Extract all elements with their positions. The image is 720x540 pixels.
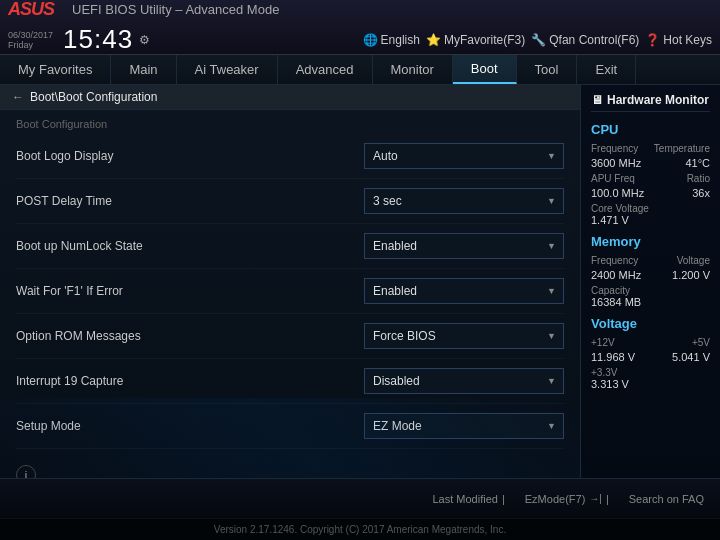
cpu-apu-value-row: 100.0 MHz 36x [591,187,710,199]
globe-icon: 🌐 [363,33,378,47]
wait-f1-control[interactable]: Enabled Disabled [364,278,564,304]
setting-setup-mode-label: Setup Mode [16,419,364,433]
nav-boot[interactable]: Boot [453,55,517,84]
footer: Version 2.17.1246. Copyright (C) 2017 Am… [0,518,720,540]
nav-main[interactable]: Main [111,55,176,84]
info-area: i [0,457,580,478]
mem-labels-row: Frequency Voltage [591,255,710,266]
nav-tool[interactable]: Tool [517,55,578,84]
boot-logo-select[interactable]: Auto Full Screen Disabled [364,143,564,169]
pipe-separator-2: | [606,493,609,505]
mem-capacity-label: Capacity [591,285,710,296]
breadcrumb: ← Boot\Boot Configuration [0,85,580,110]
cpu-freq-label: Frequency [591,143,638,154]
cpu-ratio-label: Ratio [687,173,710,184]
mem-values-row: 2400 MHz 1.200 V [591,269,710,281]
cpu-freq-row: Frequency Temperature [591,143,710,154]
my-favorites-label: MyFavorite(F3) [444,33,525,47]
nav-my-favorites[interactable]: My Favorites [0,55,111,84]
wait-f1-select[interactable]: Enabled Disabled [364,278,564,304]
interrupt-19-control[interactable]: Disabled Enabled [364,368,564,394]
nav-monitor[interactable]: Monitor [373,55,453,84]
breadcrumb-text: Boot\Boot Configuration [30,90,157,104]
mem-frequency-value: 2400 MHz [591,269,641,281]
nav-advanced[interactable]: Advanced [278,55,373,84]
settings-area: Boot Logo Display Auto Full Screen Disab… [0,134,580,449]
setup-mode-control[interactable]: EZ Mode Advanced Mode [364,413,564,439]
asus-logo: ASUS [8,0,54,20]
cpu-freq-value-row: 3600 MHz 41°C [591,157,710,169]
cpu-temp-label: Temperature [654,143,710,154]
setting-numlock-label: Boot up NumLock State [16,239,364,253]
boot-logo-control[interactable]: Auto Full Screen Disabled [364,143,564,169]
hot-keys-button[interactable]: ❓ Hot Keys [645,33,712,47]
setup-mode-select[interactable]: EZ Mode Advanced Mode [364,413,564,439]
hw-monitor-title-text: Hardware Monitor [607,93,709,107]
setting-interrupt-19-label: Interrupt 19 Capture [16,374,364,388]
cpu-apu-label: APU Freq [591,173,635,184]
post-delay-control[interactable]: 0 sec 1 sec 2 sec 3 sec 5 sec 10 sec [364,188,564,214]
ez-mode-action[interactable]: EzMode(F7) →| | [525,493,609,505]
volt-12v-value: 11.968 V [591,351,635,363]
setting-wait-f1-label: Wait For 'F1' If Error [16,284,364,298]
setting-wait-f1: Wait For 'F1' If Error Enabled Disabled [16,269,564,314]
hw-monitor-title: 🖥 Hardware Monitor [591,93,710,112]
option-rom-control[interactable]: Force BIOS Keep Current [364,323,564,349]
monitor-icon: 🖥 [591,93,603,107]
volt-5v-value: 5.041 V [672,351,710,363]
cpu-apu-row: APU Freq Ratio [591,173,710,184]
hot-keys-label: Hot Keys [663,33,712,47]
post-delay-select[interactable]: 0 sec 1 sec 2 sec 3 sec 5 sec 10 sec [364,188,564,214]
bottom-bar: Last Modified | EzMode(F7) →| | Search o… [0,478,720,518]
option-rom-select[interactable]: Force BIOS Keep Current [364,323,564,349]
top-bar: ASUS UEFI BIOS Utility – Advanced Mode 0… [0,0,720,55]
numlock-select[interactable]: Enabled Disabled [364,233,564,259]
cpu-apu-value: 100.0 MHz [591,187,644,199]
star-icon: ⭐ [426,33,441,47]
numlock-control[interactable]: Enabled Disabled [364,233,564,259]
mem-voltage-label: Voltage [677,255,710,266]
qfan-label: Qfan Control(F6) [549,33,639,47]
last-modified-label: Last Modified [432,493,497,505]
setting-boot-logo: Boot Logo Display Auto Full Screen Disab… [16,134,564,179]
bios-day: Friday [8,40,53,50]
settings-gear-icon[interactable]: ⚙ [139,33,150,47]
left-content: ← Boot\Boot Configuration Boot Configura… [0,85,580,478]
qfan-control-button[interactable]: 🔧 Qfan Control(F6) [531,33,639,47]
my-favorites-button[interactable]: ⭐ MyFavorite(F3) [426,33,525,47]
nav-exit[interactable]: Exit [577,55,636,84]
mem-voltage-value: 1.200 V [672,269,710,281]
volt-12v-label: +12V [591,337,615,348]
info-button[interactable]: i [16,465,36,478]
cpu-temperature-value: 41°C [685,157,710,169]
setting-interrupt-19: Interrupt 19 Capture Disabled Enabled [16,359,564,404]
search-faq-action[interactable]: Search on FAQ [629,493,704,505]
footer-text: Version 2.17.1246. Copyright (C) 2017 Am… [214,524,506,535]
ez-mode-arrow-icon: →| [589,493,602,504]
volt-values-row: 11.968 V 5.041 V [591,351,710,363]
back-button[interactable]: ← [12,90,24,104]
nav-bar: My Favorites Main Ai Tweaker Advanced Mo… [0,55,720,85]
setting-option-rom: Option ROM Messages Force BIOS Keep Curr… [16,314,564,359]
mem-capacity-value: 16384 MB [591,296,710,308]
setting-boot-logo-label: Boot Logo Display [16,149,364,163]
memory-section-title: Memory [591,234,710,249]
voltage-section-title: Voltage [591,316,710,331]
language-selector[interactable]: 🌐 English [363,33,420,47]
language-label: English [381,33,420,47]
section-label: Boot Configuration [0,110,580,134]
interrupt-19-select[interactable]: Disabled Enabled [364,368,564,394]
bios-time: 15:43 [63,24,133,55]
mem-freq-label: Frequency [591,255,638,266]
setting-numlock: Boot up NumLock State Enabled Disabled [16,224,564,269]
setting-post-delay: POST Delay Time 0 sec 1 sec 2 sec 3 sec … [16,179,564,224]
nav-ai-tweaker[interactable]: Ai Tweaker [177,55,278,84]
cpu-ratio-value: 36x [692,187,710,199]
pipe-separator: | [502,493,505,505]
last-modified-action[interactable]: Last Modified | [432,493,504,505]
cpu-core-voltage-label: Core Voltage [591,203,710,214]
ez-mode-label: EzMode(F7) [525,493,586,505]
bios-date: 06/30/2017 [8,30,53,40]
search-faq-label: Search on FAQ [629,493,704,505]
cpu-section-title: CPU [591,122,710,137]
